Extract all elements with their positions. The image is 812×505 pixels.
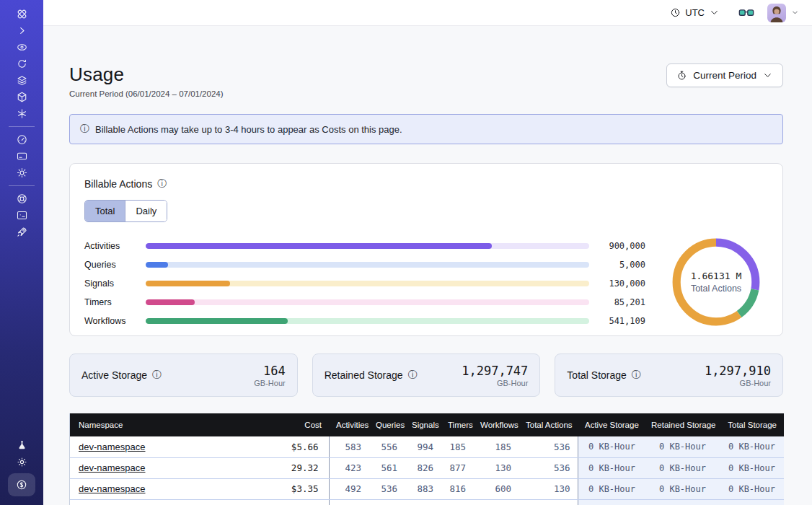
table-cell: 185 xyxy=(441,436,473,457)
table-cell xyxy=(441,499,473,505)
table-body: dev-namespace$5.665835569941851855360 KB… xyxy=(70,436,784,505)
table-cell: 492 xyxy=(329,478,369,499)
period-dropdown-button[interactable]: Current Period xyxy=(666,63,783,87)
table-cell: 0 KB-Hour xyxy=(715,478,784,499)
user-menu[interactable] xyxy=(767,4,799,22)
table-cell: 816 xyxy=(441,478,473,499)
table-cell: 0 KB-Hour xyxy=(644,457,715,478)
namespace-cell: dev-namespace xyxy=(70,457,246,478)
cube-icon[interactable] xyxy=(0,89,43,105)
storage-card-label: Retained Storage xyxy=(325,369,403,381)
storage-card-unit: GB-Hour xyxy=(705,379,771,387)
expand-sidebar-icon[interactable] xyxy=(0,22,43,39)
temporal-logo-icon[interactable] xyxy=(0,6,43,22)
flask-icon[interactable] xyxy=(0,437,43,454)
layers-icon[interactable] xyxy=(0,72,43,89)
bar-value: 85,201 xyxy=(589,297,645,307)
main-content: Usage Current Period (06/01/2024 – 07/01… xyxy=(43,26,812,505)
column-header: Cost xyxy=(246,413,329,436)
storage-card-label: Total Storage xyxy=(567,369,627,381)
namespace-cell: dev-namespace xyxy=(70,478,246,499)
table-cell: 0 KB-Hour xyxy=(578,457,644,478)
table-cell: 561 xyxy=(369,457,405,478)
bar-fill xyxy=(146,243,492,249)
donut-total-label: Total Actions xyxy=(691,284,741,294)
table-cell: 0 KB-Hour xyxy=(578,478,644,499)
column-header: Active Storage xyxy=(578,413,644,436)
namespace-link[interactable]: dev-namespace xyxy=(79,483,146,494)
active-storage-card: Active Storageⓘ 164GB-Hour xyxy=(69,354,298,397)
storage-card-unit: GB-Hour xyxy=(462,379,528,387)
bar-value: 541,109 xyxy=(589,316,645,326)
info-icon[interactable]: ⓘ xyxy=(408,369,418,382)
tab-total[interactable]: Total xyxy=(85,201,125,221)
column-header: Workflows xyxy=(473,413,518,436)
table-row: dev-namespace29.324235618268771305360 KB… xyxy=(70,457,784,478)
glasses-icon[interactable] xyxy=(738,8,754,18)
table-header-row: NamespaceCostActivitiesQueriesSignalsTim… xyxy=(70,413,784,436)
terminal-icon[interactable] xyxy=(0,207,43,224)
column-header: Timers xyxy=(441,413,473,436)
sidebar-divider xyxy=(9,185,35,186)
timezone-label: UTC xyxy=(685,7,705,18)
bar-track xyxy=(146,243,589,249)
column-header: Total Storage xyxy=(715,413,784,436)
table-cell xyxy=(644,499,715,505)
table-cell xyxy=(329,499,369,505)
chevron-down-icon xyxy=(709,7,720,18)
table-cell: 583 xyxy=(329,436,369,457)
billable-actions-card: Billable Actions ⓘ Total Daily Activitie… xyxy=(69,163,783,336)
sidebar xyxy=(0,0,43,505)
table-cell: 0 KB-Hour xyxy=(578,436,644,457)
table-cell: $3.35 xyxy=(246,478,329,499)
table-cell: 130 xyxy=(518,478,578,499)
gauge-icon[interactable] xyxy=(0,131,43,148)
namespace-link[interactable]: dev-namespace xyxy=(79,442,146,452)
info-icon[interactable]: ⓘ xyxy=(157,177,167,190)
bar-track xyxy=(146,318,589,324)
table-cell: 826 xyxy=(405,457,441,478)
tab-daily[interactable]: Daily xyxy=(125,201,167,221)
stopwatch-icon xyxy=(676,70,687,81)
storage-card-value: 1,297,747 xyxy=(462,364,528,378)
lifebuoy-icon[interactable] xyxy=(0,190,43,207)
bar-fill xyxy=(146,318,288,324)
credit-card-icon[interactable] xyxy=(0,148,43,164)
rocket-icon[interactable] xyxy=(0,224,43,240)
eye-icon[interactable] xyxy=(0,39,43,56)
storage-summary-row: Active Storageⓘ 164GB-Hour Retained Stor… xyxy=(69,354,783,397)
info-icon[interactable]: ⓘ xyxy=(152,369,162,382)
table-cell xyxy=(473,499,518,505)
info-banner: ⓘ Billable Actions may take up to 3-4 ho… xyxy=(69,114,783,144)
bar-row: Timers85,201 xyxy=(84,293,645,312)
table-cell xyxy=(715,499,784,505)
bar-label: Signals xyxy=(84,278,146,289)
table-row-partial xyxy=(70,499,784,505)
usage-billing-active-pill[interactable] xyxy=(8,473,35,496)
chevron-down-icon xyxy=(791,9,799,17)
table-cell: 536 xyxy=(369,478,405,499)
column-header: Total Actions xyxy=(518,413,578,436)
bar-value: 130,000 xyxy=(589,278,645,289)
gear-icon[interactable] xyxy=(0,164,43,181)
table-cell: 536 xyxy=(518,457,578,478)
timezone-selector[interactable]: UTC xyxy=(670,7,720,18)
table-row: dev-namespace$3.354925368838166001300 KB… xyxy=(70,478,784,499)
billable-view-tabs: Total Daily xyxy=(84,200,167,222)
column-header: Namespace xyxy=(70,413,246,436)
total-actions-donut: 1.66131 M Total Actions xyxy=(668,234,764,330)
table-cell xyxy=(518,499,578,505)
bar-fill xyxy=(146,281,230,286)
sun-icon[interactable] xyxy=(0,454,43,470)
column-header: Signals xyxy=(405,413,441,436)
user-avatar[interactable] xyxy=(767,4,786,22)
circular-arrow-icon[interactable] xyxy=(0,56,43,72)
bar-row: Queries5,000 xyxy=(84,255,645,274)
namespace-link[interactable]: dev-namespace xyxy=(79,462,146,473)
table-cell: 877 xyxy=(441,457,473,478)
asterisk-icon[interactable] xyxy=(0,105,43,122)
info-icon[interactable]: ⓘ xyxy=(632,369,641,382)
table-cell xyxy=(405,499,441,505)
bar-track xyxy=(146,262,589,268)
storage-card-value: 1,297,910 xyxy=(705,364,771,378)
